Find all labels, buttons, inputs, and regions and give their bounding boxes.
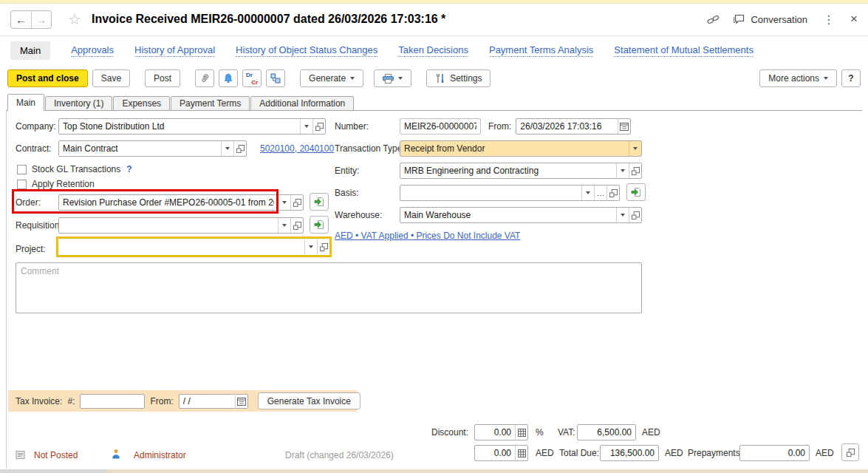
chevron-down-icon	[282, 224, 287, 227]
bottom-scroll-track[interactable]	[0, 469, 868, 473]
basis-dropdown-button[interactable]	[581, 186, 594, 200]
transaction-type-label: Transaction Type:	[335, 143, 400, 154]
conversation-button[interactable]: Conversation	[733, 14, 807, 25]
calendar-icon	[237, 397, 246, 406]
generate-tax-invoice-button[interactable]: Generate Tax Invoice	[258, 392, 360, 409]
transaction-type-input[interactable]	[400, 143, 629, 154]
stock-gl-help-link[interactable]: ?	[126, 164, 131, 174]
company-field	[58, 118, 326, 135]
copy-link-button[interactable]	[707, 14, 720, 25]
forward-button[interactable]: →	[31, 11, 51, 28]
date-calendar-button[interactable]	[618, 119, 630, 134]
settings-button[interactable]: Settings	[426, 69, 491, 87]
nav-tab-main[interactable]: Main	[10, 41, 50, 60]
tax-invoice-calendar-button[interactable]	[235, 394, 247, 409]
post-and-close-button[interactable]: Post and close	[7, 69, 88, 87]
project-open-button[interactable]	[317, 239, 329, 254]
close-icon[interactable]: ×	[850, 12, 858, 27]
tab-expenses[interactable]: Expenses	[113, 96, 170, 111]
nav-link-statement-of-mutual-settlements[interactable]: Statement of Mutual Settlements	[614, 44, 753, 57]
nav-link-approvals[interactable]: Approvals	[71, 44, 114, 57]
number-input[interactable]	[400, 121, 480, 132]
save-button[interactable]: Save	[92, 69, 130, 87]
tab-inventory[interactable]: Inventory (1)	[45, 96, 112, 111]
tax-invoice-number-input[interactable]	[81, 396, 144, 406]
requisition-input[interactable]	[59, 220, 278, 231]
order-open-button[interactable]	[290, 195, 303, 210]
order-dropdown-button[interactable]	[278, 195, 290, 210]
fill-from-requisition-button[interactable]	[310, 216, 329, 234]
tax-invoice-date-input[interactable]	[180, 396, 235, 406]
document-discount-calculator-button[interactable]	[515, 446, 527, 460]
comment-textarea[interactable]	[16, 262, 642, 313]
generate-button[interactable]: Generate	[300, 69, 363, 87]
discount-input[interactable]	[475, 427, 515, 438]
contract-dropdown-button[interactable]	[221, 141, 233, 156]
apply-retention-checkbox[interactable]	[17, 180, 27, 189]
post-button[interactable]: Post	[145, 69, 180, 87]
nav-link-history-of-object-status-changes[interactable]: History of Object Status Changes	[236, 44, 377, 57]
number-field	[400, 118, 481, 135]
gl-accounts-link[interactable]: 5020100, 2040100	[260, 143, 334, 154]
vat-input[interactable]	[578, 427, 635, 438]
header-divider	[0, 35, 868, 36]
project-dropdown-button[interactable]	[304, 239, 317, 254]
entity-dropdown-button[interactable]	[616, 163, 629, 178]
help-button[interactable]: ?	[841, 69, 861, 87]
back-button[interactable]: ←	[11, 11, 31, 28]
nav-link-payment-terms-analysis[interactable]: Payment Terms Analysis	[489, 44, 593, 57]
transaction-type-dropdown-button[interactable]	[629, 141, 641, 156]
related-documents-button[interactable]	[266, 69, 285, 87]
posted-status-label: Not Posted	[34, 450, 78, 460]
entity-input[interactable]	[400, 166, 616, 176]
company-open-button[interactable]	[312, 119, 325, 134]
company-dropdown-button[interactable]	[300, 119, 312, 134]
tab-main[interactable]: Main	[7, 94, 44, 111]
print-button[interactable]	[374, 69, 411, 87]
project-input[interactable]	[58, 242, 304, 252]
order-field	[58, 194, 304, 211]
gl-transactions-button[interactable]: DrCr	[242, 69, 262, 87]
reminder-button[interactable]	[219, 69, 238, 87]
stock-gl-transactions-checkbox[interactable]	[17, 165, 27, 174]
company-input[interactable]	[59, 121, 300, 132]
basis-open-button[interactable]	[606, 186, 619, 200]
total-due-field	[600, 445, 659, 461]
more-actions-button[interactable]: More actions	[759, 69, 837, 87]
discount-calculator-button[interactable]	[515, 425, 527, 440]
warehouse-dropdown-button[interactable]	[616, 208, 629, 222]
document-discount-input[interactable]	[475, 448, 515, 458]
warehouse-open-button[interactable]	[629, 208, 641, 222]
favorite-star-icon[interactable]: ☆	[68, 10, 81, 28]
nav-link-taken-decisions[interactable]: Taken Decisions	[398, 44, 468, 57]
tab-payment-terms[interactable]: Payment Terms	[171, 96, 250, 111]
open-settlements-button[interactable]	[841, 443, 859, 461]
prepayments-input[interactable]	[740, 448, 809, 458]
total-due-label: Total Due:	[559, 448, 599, 458]
date-input[interactable]	[516, 121, 618, 132]
contract-open-button[interactable]	[233, 141, 246, 156]
company-label: Company:	[16, 121, 58, 132]
tab-additional-information[interactable]: Additional Information	[250, 96, 354, 111]
chevron-down-icon	[586, 191, 590, 194]
more-actions-label: More actions	[768, 73, 819, 84]
basis-input[interactable]	[400, 188, 581, 198]
fill-from-order-button[interactable]	[310, 193, 329, 211]
contract-input[interactable]	[59, 143, 221, 154]
entity-open-button[interactable]	[629, 163, 641, 178]
kebab-menu-icon[interactable]: ⋮	[821, 13, 837, 27]
order-input[interactable]	[59, 197, 278, 208]
attachments-button[interactable]	[195, 69, 214, 87]
warehouse-input[interactable]	[400, 210, 616, 220]
requisition-open-button[interactable]	[290, 218, 303, 233]
fill-from-basis-button[interactable]	[626, 183, 646, 201]
currency-vat-link[interactable]: AED • VAT Applied • Prices Do Not Includ…	[335, 231, 520, 241]
form-nav-row: Main Approvals History of Approval Histo…	[10, 40, 858, 61]
nav-link-history-of-approval[interactable]: History of Approval	[134, 44, 215, 57]
bottom-scroll-thumb[interactable]	[0, 469, 107, 473]
project-label: Project:	[16, 244, 58, 254]
total-due-input[interactable]	[601, 448, 658, 458]
basis-ellipsis-button[interactable]: …	[594, 186, 606, 200]
requisition-dropdown-button[interactable]	[278, 218, 290, 233]
user-name: Administrator	[134, 450, 186, 460]
